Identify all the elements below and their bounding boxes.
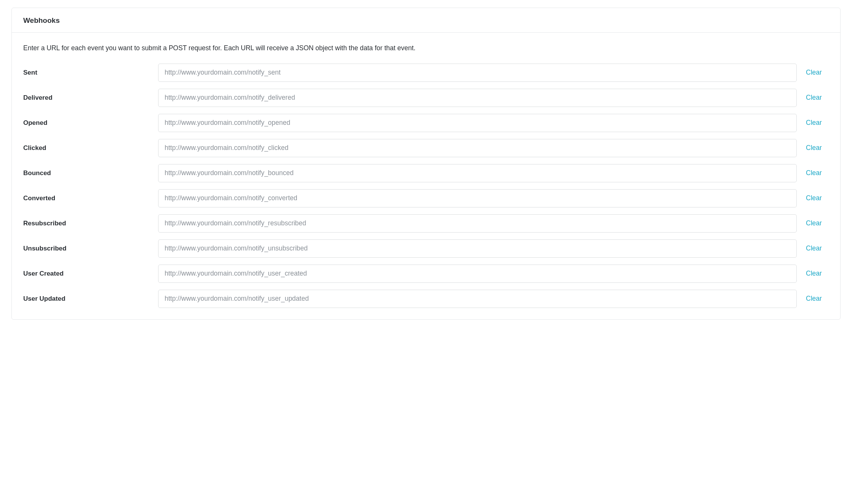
webhook-input-unsubscribed[interactable] [158,239,797,258]
webhook-row-user-updated: User UpdatedClear [23,290,829,308]
webhooks-panel-body: Enter a URL for each event you want to s… [12,33,840,319]
webhook-label-opened: Opened [23,119,149,127]
webhook-label-unsubscribed: Unsubscribed [23,245,149,252]
webhook-label-user-updated: User Updated [23,295,149,303]
webhook-input-converted[interactable] [158,189,797,207]
webhook-clear-clicked[interactable]: Clear [806,144,829,152]
webhook-input-resubscribed[interactable] [158,214,797,233]
webhook-row-converted: ConvertedClear [23,189,829,207]
webhook-label-resubscribed: Resubscribed [23,220,149,227]
webhook-clear-unsubscribed[interactable]: Clear [806,244,829,252]
webhook-row-unsubscribed: UnsubscribedClear [23,239,829,258]
webhooks-panel-header: Webhooks [12,8,840,33]
webhook-label-sent: Sent [23,69,149,77]
webhook-row-resubscribed: ResubscribedClear [23,214,829,233]
webhook-row-opened: OpenedClear [23,114,829,132]
webhook-row-user-created: User CreatedClear [23,265,829,283]
webhook-input-delivered[interactable] [158,89,797,107]
webhook-input-sent[interactable] [158,64,797,82]
webhook-input-user-created[interactable] [158,265,797,283]
webhooks-panel: Webhooks Enter a URL for each event you … [11,8,841,320]
webhook-input-bounced[interactable] [158,164,797,182]
webhook-row-clicked: ClickedClear [23,139,829,157]
webhook-label-delivered: Delivered [23,94,149,102]
webhook-rows: SentClearDeliveredClearOpenedClearClicke… [23,64,829,308]
webhook-row-bounced: BouncedClear [23,164,829,182]
webhook-input-opened[interactable] [158,114,797,132]
webhook-label-user-created: User Created [23,270,149,278]
webhook-row-sent: SentClear [23,64,829,82]
webhook-label-bounced: Bounced [23,169,149,177]
webhook-clear-user-updated[interactable]: Clear [806,295,829,303]
panel-title: Webhooks [23,16,829,25]
webhook-clear-resubscribed[interactable]: Clear [806,219,829,227]
webhook-label-clicked: Clicked [23,144,149,152]
webhook-clear-sent[interactable]: Clear [806,69,829,77]
webhook-row-delivered: DeliveredClear [23,89,829,107]
webhook-input-user-updated[interactable] [158,290,797,308]
webhook-clear-delivered[interactable]: Clear [806,94,829,102]
webhook-clear-converted[interactable]: Clear [806,194,829,202]
panel-description: Enter a URL for each event you want to s… [23,43,829,53]
webhook-clear-bounced[interactable]: Clear [806,169,829,177]
webhook-label-converted: Converted [23,195,149,202]
webhook-clear-user-created[interactable]: Clear [806,270,829,278]
webhook-input-clicked[interactable] [158,139,797,157]
webhook-clear-opened[interactable]: Clear [806,119,829,127]
